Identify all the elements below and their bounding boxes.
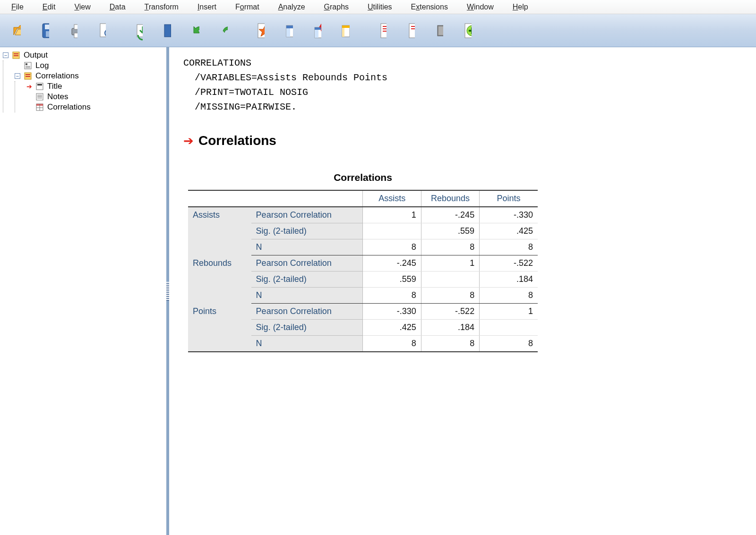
svg-rect-61 xyxy=(37,98,42,98)
menu-graphs[interactable]: Graphs xyxy=(315,1,358,13)
svg-rect-26 xyxy=(342,25,350,28)
cell-value: 8 xyxy=(363,288,421,304)
correlations-table-block[interactable]: Correlations AssistsReboundsPoints Assis… xyxy=(188,172,742,352)
add-button[interactable] xyxy=(454,17,480,44)
spacer-icon xyxy=(26,94,32,100)
add-icon xyxy=(462,26,472,35)
collapse-icon[interactable]: − xyxy=(15,73,20,79)
cell-value: 1 xyxy=(363,207,421,223)
split-file-button[interactable] xyxy=(332,17,358,44)
row-variable: Assists xyxy=(188,207,251,255)
goto-case-icon xyxy=(162,26,171,35)
svg-rect-55 xyxy=(26,76,30,77)
menu-data[interactable]: Data xyxy=(100,1,135,13)
pivot-table-icon xyxy=(35,102,44,112)
tree-node-log[interactable]: Log xyxy=(15,60,164,71)
log-icon xyxy=(23,61,33,70)
cell-value: 8 xyxy=(480,288,538,304)
svg-rect-35 xyxy=(409,24,415,38)
output-tree: − Output Lo xyxy=(2,50,164,112)
designate-window-button[interactable] xyxy=(425,17,452,44)
notes-icon xyxy=(35,92,44,102)
menu-insert[interactable]: Insert xyxy=(188,1,226,13)
preview-button[interactable] xyxy=(88,17,114,44)
cell-value: 8 xyxy=(421,336,479,352)
svg-rect-51 xyxy=(26,66,30,67)
star-button[interactable] xyxy=(247,17,273,44)
export-icon xyxy=(133,26,143,35)
tree-node-correlations-table[interactable]: Correlations xyxy=(26,102,164,112)
menu-help[interactable]: Help xyxy=(503,1,538,13)
spacer-icon xyxy=(26,104,32,110)
output-block-icon xyxy=(23,71,33,81)
cell-value: .425 xyxy=(480,223,538,239)
svg-rect-48 xyxy=(14,55,18,56)
select-variables-button[interactable] xyxy=(275,17,301,44)
syntax-block[interactable]: CORRELATIONS /VARIABLES=Assists Rebounds… xyxy=(183,56,742,114)
row-variable: Rebounds xyxy=(188,255,251,304)
designate-window-icon xyxy=(434,26,443,35)
menu-utilities[interactable]: Utilities xyxy=(358,1,402,13)
svg-rect-5 xyxy=(74,33,77,38)
svg-rect-23 xyxy=(321,27,321,31)
menu-edit[interactable]: Edit xyxy=(33,1,65,13)
tree-node-notes[interactable]: Notes xyxy=(26,92,164,102)
svg-rect-41 xyxy=(438,26,443,35)
insert-cases-button[interactable] xyxy=(303,17,330,44)
cell-value: 8 xyxy=(421,239,479,255)
print-button[interactable] xyxy=(60,17,86,44)
collapse-icon[interactable]: − xyxy=(3,52,9,58)
svg-rect-59 xyxy=(37,95,42,95)
section-heading[interactable]: ➔ Correlations xyxy=(183,133,742,148)
cell-value: 8 xyxy=(363,336,421,352)
goto-case-button[interactable] xyxy=(153,17,180,44)
save-button[interactable] xyxy=(31,17,58,44)
svg-rect-47 xyxy=(14,53,18,54)
open-button[interactable] xyxy=(3,17,29,44)
cell-value: .184 xyxy=(421,320,479,336)
redo-button[interactable] xyxy=(210,17,236,44)
print-icon xyxy=(68,26,77,35)
cell-value: .425 xyxy=(363,320,421,336)
preview-icon xyxy=(96,26,106,35)
splitter-grip-icon[interactable] xyxy=(166,282,169,301)
cell-value: 8 xyxy=(480,239,538,255)
cell-value: .184 xyxy=(480,272,538,288)
menu-file[interactable]: File xyxy=(2,1,33,13)
tree-label: Log xyxy=(35,61,49,70)
undo-button[interactable] xyxy=(181,17,208,44)
menu-transform[interactable]: Transform xyxy=(135,1,188,13)
row-statistic: Sig. (2-tailed) xyxy=(251,320,363,336)
row-statistic: N xyxy=(251,336,363,352)
svg-marker-22 xyxy=(319,23,321,27)
edit-options-button[interactable] xyxy=(369,17,395,44)
tree-label: Output xyxy=(24,51,48,60)
svg-rect-28 xyxy=(342,28,344,37)
menu-format[interactable]: Format xyxy=(226,1,269,13)
cell-value: 8 xyxy=(421,288,479,304)
row-variable: Points xyxy=(188,304,251,352)
row-statistic: Pearson Correlation xyxy=(251,304,363,320)
menu-view[interactable]: View xyxy=(65,1,100,13)
open-icon xyxy=(11,26,21,35)
redo-icon xyxy=(218,26,228,35)
menu-analyze[interactable]: Analyze xyxy=(269,1,315,13)
cell-value: 8 xyxy=(363,239,421,255)
tree-node-correlations[interactable]: − Correlations xyxy=(15,71,164,81)
cell-value xyxy=(421,272,479,288)
column-header: Points xyxy=(480,190,538,207)
export-button[interactable] xyxy=(125,17,151,44)
toolbar xyxy=(0,14,756,47)
menu-bar: FileEditViewDataTransformInsertFormatAna… xyxy=(0,0,756,14)
tree-node-output[interactable]: − Output xyxy=(3,50,164,60)
insert-cases-icon xyxy=(312,26,321,35)
tree-label: Notes xyxy=(47,92,68,102)
tree-node-title[interactable]: ➔ Title xyxy=(26,81,164,92)
run-button[interactable] xyxy=(397,17,423,44)
menu-extensions[interactable]: Extensions xyxy=(402,1,457,13)
correlations-table: AssistsReboundsPoints AssistsPearson Cor… xyxy=(188,190,538,352)
menu-window[interactable]: Window xyxy=(457,1,503,13)
cell-value: 8 xyxy=(480,336,538,352)
svg-rect-17 xyxy=(286,28,290,37)
spacer-icon xyxy=(15,63,20,68)
